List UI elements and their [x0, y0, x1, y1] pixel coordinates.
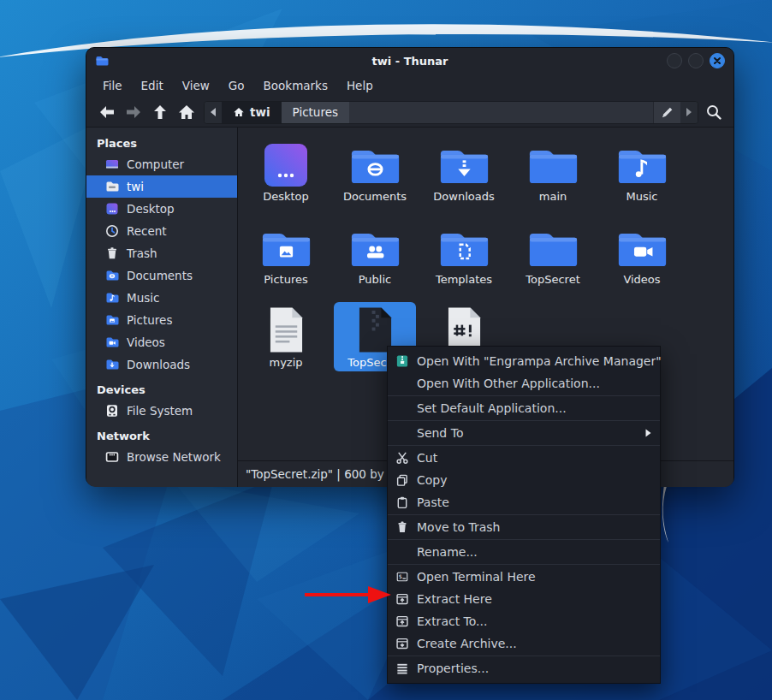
trash-icon — [105, 246, 119, 260]
filesystem-drive-icon — [105, 404, 119, 418]
menu-bookmarks[interactable]: Bookmarks — [254, 75, 337, 96]
menu-item-create-archive[interactable]: Create Archive... — [388, 632, 660, 655]
folder-item-documents[interactable]: Documents — [334, 136, 416, 205]
folder-item-topsecret[interactable]: TopSecret — [512, 219, 594, 288]
sidebar-item-downloads[interactable]: Downloads — [86, 353, 237, 376]
menu-item-copy[interactable]: Copy — [388, 469, 660, 491]
home-button[interactable] — [175, 101, 198, 124]
menu-item-properties[interactable]: Properties... — [388, 657, 660, 679]
menu-separator — [388, 656, 660, 656]
back-button[interactable] — [95, 101, 118, 124]
file-item-desktop[interactable]: Desktop — [245, 136, 327, 205]
up-button[interactable] — [148, 101, 171, 124]
downloads-folder-icon — [105, 358, 119, 371]
network-icon — [105, 450, 119, 464]
window-title: twi - Thunar — [86, 55, 733, 68]
engrampa-icon — [395, 354, 409, 369]
menu-separator — [388, 564, 660, 565]
cut-scissors-icon — [395, 451, 409, 466]
sidebar-item-music[interactable]: Music — [86, 287, 237, 309]
menu-item-extract-to[interactable]: Extract To... — [388, 610, 660, 632]
menu-separator — [388, 445, 660, 446]
public-folder-icon — [349, 221, 401, 270]
text-document-icon — [267, 304, 306, 353]
menu-separator — [388, 420, 660, 421]
titlebar[interactable]: twi - Thunar — [86, 48, 733, 74]
breadcrumb-home[interactable]: twi — [222, 102, 282, 123]
maximize-button[interactable] — [688, 53, 704, 68]
music-folder-icon — [105, 291, 119, 305]
sidebar-item-computer[interactable]: Computer — [86, 153, 237, 175]
menu-file[interactable]: File — [93, 75, 132, 96]
videos-folder-icon — [105, 335, 119, 349]
menu-item-cut[interactable]: Cut — [388, 447, 660, 469]
pathbar-spacer — [349, 102, 653, 123]
sidebar-item-trash[interactable]: Trash — [86, 242, 237, 264]
menu-item-move-to-trash[interactable]: Move to Trash — [388, 516, 660, 538]
menu-item-open-with-engrampa[interactable]: Open With "Engrampa Archive Manager" — [388, 350, 660, 372]
menu-help[interactable]: Help — [337, 75, 383, 96]
path-scroll-left-button[interactable] — [205, 102, 222, 123]
sidebar-item-browse-network[interactable]: Browse Network — [86, 446, 237, 468]
folder-item-public[interactable]: Public — [334, 219, 416, 288]
properties-icon — [395, 661, 409, 676]
desktop-icon — [105, 202, 119, 216]
sidebar-item-pictures[interactable]: Pictures — [86, 309, 237, 331]
folder-item-main[interactable]: main — [512, 136, 594, 205]
terminal-icon: $ — [395, 570, 409, 584]
sidebar-item-recent[interactable]: Recent — [86, 220, 237, 242]
music-folder-icon — [616, 138, 668, 187]
close-button[interactable] — [710, 53, 725, 68]
pictures-folder-icon — [260, 221, 312, 270]
documents-folder-icon — [349, 138, 401, 187]
folder-item-pictures[interactable]: Pictures — [245, 219, 327, 288]
breadcrumb-home-label: twi — [250, 105, 270, 119]
menu-view[interactable]: View — [173, 75, 219, 96]
sidebar-item-videos[interactable]: Videos — [86, 331, 237, 353]
plain-folder-icon — [527, 138, 579, 187]
menu-item-set-default-application[interactable]: Set Default Application... — [388, 397, 660, 419]
paste-clipboard-icon — [395, 495, 409, 510]
menu-item-rename[interactable]: Rename... — [388, 541, 660, 563]
folder-item-downloads[interactable]: Downloads — [423, 136, 505, 205]
desktop-special-icon — [264, 138, 308, 187]
sidebar-item-twi[interactable]: twi — [86, 175, 237, 198]
extract-archive-icon — [395, 614, 409, 629]
folder-item-videos[interactable]: Videos — [601, 219, 683, 288]
folder-item-music[interactable]: Music — [601, 136, 683, 205]
home-folder-icon — [105, 180, 119, 193]
recent-clock-icon — [105, 224, 119, 238]
copy-icon — [395, 473, 409, 488]
path-scroll-right-button[interactable] — [680, 102, 698, 123]
file-item-myzip[interactable]: myzip — [245, 302, 327, 371]
sidebar: Places Computer twi Desktop Recent Trash — [86, 128, 238, 487]
menu-item-send-to[interactable]: Send To — [388, 422, 660, 444]
search-icon — [705, 104, 722, 121]
pathbar: twi Pictures — [204, 101, 698, 124]
downloads-folder-icon — [438, 138, 490, 187]
forward-button[interactable] — [122, 101, 145, 124]
sidebar-item-filesystem[interactable]: File System — [86, 400, 237, 422]
breadcrumb-pictures[interactable]: Pictures — [282, 102, 349, 123]
menubar: File Edit View Go Bookmarks Help — [86, 74, 733, 98]
menu-item-open-terminal-here[interactable]: $ Open Terminal Here — [388, 566, 660, 588]
sidebar-item-documents[interactable]: Documents — [86, 264, 237, 287]
templates-folder-icon — [438, 221, 490, 270]
documents-folder-icon — [105, 269, 119, 282]
menu-item-paste[interactable]: Paste — [388, 491, 660, 513]
menu-edit[interactable]: Edit — [132, 75, 173, 96]
create-archive-icon — [395, 637, 409, 651]
folder-item-templates[interactable]: Templates — [423, 219, 505, 288]
menu-go[interactable]: Go — [219, 75, 254, 96]
pencil-icon — [661, 106, 674, 119]
edit-path-button[interactable] — [653, 102, 680, 123]
toolbar: twi Pictures — [86, 98, 733, 128]
pictures-folder-icon — [105, 313, 119, 327]
places-header: Places — [86, 133, 237, 153]
minimize-button[interactable] — [667, 53, 682, 68]
menu-item-extract-here[interactable]: Extract Here — [388, 588, 660, 610]
sidebar-item-desktop[interactable]: Desktop — [86, 198, 237, 220]
search-button[interactable] — [702, 101, 725, 124]
computer-icon — [105, 157, 119, 171]
menu-item-open-with-other[interactable]: Open With Other Application... — [388, 372, 660, 394]
